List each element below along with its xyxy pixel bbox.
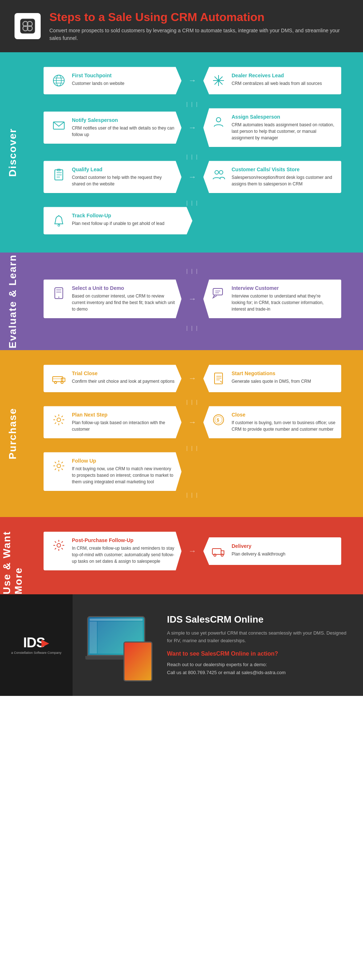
v-dash-1: | | | bbox=[43, 100, 341, 108]
arrow-purch-1: → bbox=[182, 374, 203, 383]
svg-rect-49 bbox=[212, 549, 221, 554]
svg-point-16 bbox=[217, 118, 221, 122]
svg-point-23 bbox=[219, 170, 223, 174]
card-customer-calls-body: Salesperson/reception/front desk logs cu… bbox=[232, 174, 335, 187]
card-delivery-content: Delivery Plan delivery & walkthrough bbox=[232, 543, 285, 557]
footer-logo-area: IDS ▶ a Constellation Software Company bbox=[0, 594, 73, 696]
svg-point-47 bbox=[57, 464, 61, 468]
svg-rect-30 bbox=[213, 288, 223, 295]
card-trial-close: Trial Close Confirm their unit choice an… bbox=[43, 364, 182, 392]
card-select-unit-title: Select a Unit to Demo bbox=[72, 285, 176, 291]
people-icon bbox=[210, 167, 226, 183]
card-qualify-body: Contact customer to help with the reques… bbox=[72, 174, 176, 187]
footer-device-mockup bbox=[87, 609, 153, 681]
person-icon bbox=[210, 114, 226, 130]
card-qualify-content: Qualify Lead Contact customer to help wi… bbox=[72, 167, 176, 187]
card-first-touchpoint-body: Customer lands on website bbox=[72, 80, 124, 87]
purchase-row-1: Trial Close Confirm their unit choice an… bbox=[43, 364, 341, 392]
use-section: Use & Want More Post-Purchase Follow-Up … bbox=[0, 517, 363, 594]
card-post-purchase-title: Post-Purchase Follow-Up bbox=[72, 537, 176, 543]
use-label: Use & Want More bbox=[0, 517, 25, 594]
card-plan-next-step: Plan Next Step Plan follow-up task based… bbox=[43, 406, 182, 438]
footer-cta: Want to see SalesCRM Online in action? bbox=[167, 651, 349, 657]
chat-icon bbox=[210, 285, 226, 301]
footer-logo-sub: a Constellation Software Company bbox=[11, 651, 62, 655]
card-close-title: Close bbox=[232, 412, 335, 418]
card-select-unit-content: Select a Unit to Demo Based on customer … bbox=[72, 285, 176, 312]
card-post-purchase-content: Post-Purchase Follow-Up In CRM, create f… bbox=[72, 537, 176, 565]
discover-row-1: First Touchpoint Customer lands on websi… bbox=[43, 67, 341, 94]
footer-logo-arrow: ▶ bbox=[41, 637, 49, 649]
card-first-touchpoint: First Touchpoint Customer lands on websi… bbox=[43, 67, 182, 94]
card-notify-content: Notify Salesperson CRM notifies user of … bbox=[72, 117, 176, 138]
card-first-touchpoint-content: First Touchpoint Customer lands on websi… bbox=[72, 73, 124, 87]
card-assign-body: CRM automates leads assignment based on … bbox=[232, 121, 335, 141]
card-close-content: Close If customer is buying, turn over t… bbox=[232, 412, 335, 433]
gear-follow-icon bbox=[51, 458, 67, 474]
discover-row-4: Track Follow-Up Plan next follow up if u… bbox=[43, 207, 341, 234]
header: Steps to a Sale Using CRM Automation Con… bbox=[0, 0, 363, 52]
card-trial-close-body: Confirm their unit choice and look at pa… bbox=[72, 378, 175, 385]
globe-icon bbox=[51, 73, 67, 89]
svg-point-27 bbox=[59, 297, 59, 298]
clipboard-icon bbox=[51, 167, 67, 183]
card-track-title: Track Follow-Up bbox=[72, 213, 164, 218]
card-plan-next-title: Plan Next Step bbox=[72, 412, 176, 418]
card-trial-close-title: Trial Close bbox=[72, 371, 175, 376]
footer-copy: IDS SalesCRM Online A simple to use yet … bbox=[167, 614, 349, 677]
svg-point-51 bbox=[221, 554, 223, 556]
card-start-negotiations: Start Negotiations Generate sales quote … bbox=[203, 364, 341, 392]
card-dealer-lead-title: Dealer Receives Lead bbox=[232, 73, 322, 78]
arrow-use: → bbox=[182, 546, 203, 556]
card-customer-calls-content: Customer Calls/ Visits Store Salesperson… bbox=[232, 167, 335, 187]
card-interview-content: Interview Customer Interview customer to… bbox=[232, 285, 335, 312]
card-follow-up-title: Follow Up bbox=[72, 458, 176, 464]
card-delivery-body: Plan delivery & walkthrough bbox=[232, 551, 285, 557]
purchase-label: Purchase bbox=[0, 350, 25, 517]
footer: IDS ▶ a Constellation Software Company bbox=[0, 594, 363, 696]
card-delivery: Delivery Plan delivery & walkthrough bbox=[203, 537, 341, 565]
v-dash-purch-2: | | | bbox=[43, 444, 341, 452]
discover-section: Discover First Touchpoint Customer lands… bbox=[0, 52, 363, 253]
card-delivery-title: Delivery bbox=[232, 543, 285, 549]
v-dash-purch-3: | | | bbox=[43, 491, 341, 499]
svg-text:$: $ bbox=[217, 418, 219, 423]
evaluate-section: Evaluate & Learn | | | Select a Unit to … bbox=[0, 253, 363, 350]
svg-point-43 bbox=[57, 418, 61, 422]
card-first-touchpoint-title: First Touchpoint bbox=[72, 73, 124, 78]
svg-line-42 bbox=[220, 381, 222, 382]
footer-body: A simple to use yet powerful CRM that co… bbox=[167, 630, 349, 645]
evaluate-label: Evaluate & Learn bbox=[0, 253, 25, 350]
settings-red-icon bbox=[51, 537, 67, 553]
card-negotiations-body: Generate sales quote in DMS, from CRM bbox=[232, 378, 311, 385]
card-dealer-lead-body: CRM centralizes all web leads from all s… bbox=[232, 80, 322, 87]
discover-row-3: Qualify Lead Contact customer to help wi… bbox=[43, 161, 341, 193]
card-assign-title: Assign Salesperson bbox=[232, 114, 335, 120]
card-follow-up-content: Follow Up If not buying now, use CRM to … bbox=[72, 458, 176, 485]
card-trial-close-content: Trial Close Confirm their unit choice an… bbox=[72, 371, 175, 385]
card-dealer-receives-lead: Dealer Receives Lead CRM centralizes all… bbox=[203, 67, 341, 94]
card-follow-up: Follow Up If not buying now, use CRM to … bbox=[43, 452, 182, 491]
card-track-follow-up: Track Follow-Up Plan next follow up if u… bbox=[43, 207, 193, 234]
arrow-1: → bbox=[182, 76, 203, 85]
card-interview-title: Interview Customer bbox=[232, 285, 335, 291]
card-select-unit: Select a Unit to Demo Based on customer … bbox=[43, 279, 182, 318]
card-assign-content: Assign Salesperson CRM automates leads a… bbox=[232, 114, 335, 141]
card-close: $ Close If customer is buying, turn over… bbox=[203, 406, 341, 438]
card-negotiations-content: Start Negotiations Generate sales quote … bbox=[232, 371, 311, 385]
arrow-eval: → bbox=[182, 294, 203, 304]
card-interview-body: Interview customer to understand what th… bbox=[232, 293, 335, 312]
card-select-unit-body: Based on customer interest, use CRM to r… bbox=[72, 293, 176, 312]
footer-title: IDS SalesCRM Online bbox=[167, 614, 349, 625]
header-subtitle: Convert more prospects to sold customers… bbox=[49, 27, 349, 42]
card-qualify-title: Qualify Lead bbox=[72, 167, 176, 172]
card-customer-calls-title: Customer Calls/ Visits Store bbox=[232, 167, 335, 172]
svg-point-35 bbox=[54, 381, 57, 383]
svg-point-48 bbox=[57, 544, 61, 547]
card-assign-salesperson: Assign Salesperson CRM automates leads a… bbox=[203, 108, 341, 147]
card-qualify-lead: Qualify Lead Contact customer to help wi… bbox=[43, 161, 182, 193]
card-notify-salesperson: Notify Salesperson CRM notifies user of … bbox=[43, 111, 182, 144]
discover-label: Discover bbox=[0, 52, 25, 253]
arrow-purch-2: → bbox=[182, 418, 203, 427]
use-row-1: Post-Purchase Follow-Up In CRM, create f… bbox=[43, 531, 341, 570]
